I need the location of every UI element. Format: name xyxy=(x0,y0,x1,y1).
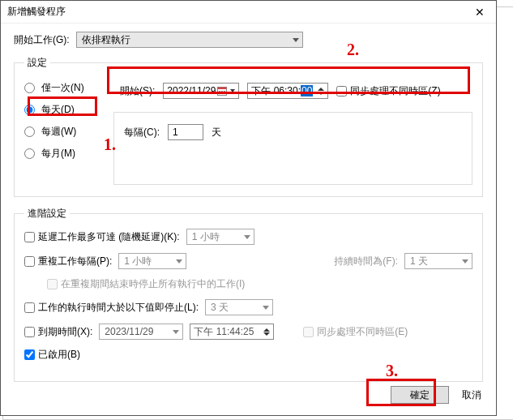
svg-rect-3 xyxy=(221,91,223,92)
begin-work-dropdown[interactable]: 依排程執行 xyxy=(76,32,303,48)
svg-rect-4 xyxy=(224,91,225,92)
chevron-down-icon xyxy=(462,259,468,264)
repeat-checkbox[interactable]: 重複工作每隔(P): xyxy=(24,255,112,268)
spinner-down-icon xyxy=(263,332,270,336)
repeat-dropdown[interactable]: 1 小時 xyxy=(118,253,186,269)
recurrence-radios: 僅一次(N) 每天(D) 每週(W) 每月(M) xyxy=(24,78,99,161)
radio-weekly[interactable]: 每週(W) xyxy=(24,125,99,139)
start-time-value: 下午 06:30:00 xyxy=(251,84,313,98)
advanced-group: 進階設定 延遲工作最多可達 (隨機延遲)(K): 1 小時 重複工作每隔(P):… xyxy=(14,207,483,382)
spinner-down-icon xyxy=(318,92,324,95)
start-date-value: 2022/11/29 xyxy=(167,85,216,96)
chevron-down-icon xyxy=(173,330,179,334)
settings-group: 設定 僅一次(N) 每天(D) 每週(W) 每月(M) xyxy=(14,56,483,197)
sync-tz-checkbox[interactable]: 同步處理不同時區(Z) xyxy=(336,84,440,98)
radio-once[interactable]: 僅一次(N) xyxy=(24,81,99,95)
close-button[interactable]: ✕ xyxy=(464,1,496,24)
begin-work-label: 開始工作(G): xyxy=(14,33,70,47)
delay-checkbox[interactable]: 延遲工作最多可達 (隨機延遲)(K): xyxy=(24,230,180,244)
cancel-button[interactable]: 取消 xyxy=(462,386,481,404)
chevron-down-icon xyxy=(293,38,299,42)
stop-on-end-checkbox[interactable]: 在重複期間結束時停止所有執行中的工作(I) xyxy=(47,277,472,291)
chevron-down-icon xyxy=(244,235,250,239)
titlebar: 新增觸發程序 ✕ xyxy=(1,1,496,24)
time-spinner[interactable] xyxy=(263,328,270,336)
expire-time-input[interactable]: 下午 11:44:25 xyxy=(190,324,274,340)
stop-if-checkbox[interactable]: 工作的執行時間大於以下值即停止(L): xyxy=(24,301,199,315)
radio-daily[interactable]: 每天(D) xyxy=(24,103,99,117)
start-date-input[interactable]: 2022/11/29 xyxy=(163,83,239,99)
interval-input[interactable]: 1 xyxy=(168,124,203,140)
time-spinner[interactable] xyxy=(318,88,324,95)
radio-monthly[interactable]: 每月(M) xyxy=(24,147,99,161)
stop-if-dropdown[interactable]: 3 天 xyxy=(205,299,273,315)
settings-legend: 設定 xyxy=(24,56,50,70)
start-time-input[interactable]: 下午 06:30:00 xyxy=(247,83,328,99)
chevron-down-icon xyxy=(176,259,182,264)
delay-dropdown[interactable]: 1 小時 xyxy=(186,229,254,245)
close-icon: ✕ xyxy=(475,6,485,19)
expire-checkbox[interactable]: 到期時間(X): xyxy=(24,325,92,339)
svg-rect-1 xyxy=(217,88,226,90)
window-title: 新增觸發程序 xyxy=(7,5,66,19)
svg-rect-2 xyxy=(219,91,220,92)
new-trigger-dialog: 新增觸發程序 ✕ 開始工作(G): 依排程執行 設定 僅一次(N) 每天(D) xyxy=(0,0,497,416)
duration-label: 持續時間為(F): xyxy=(334,255,398,268)
spinner-up-icon xyxy=(263,328,270,332)
recurrence-detail: 每隔(C): 1 天 xyxy=(113,112,472,185)
chevron-down-icon xyxy=(263,306,269,310)
calendar-icon xyxy=(216,85,228,96)
enabled-checkbox[interactable]: 已啟用(B) xyxy=(24,348,80,362)
start-label: 開始(S): xyxy=(120,84,155,98)
chevron-down-icon xyxy=(230,89,235,92)
interval-label: 每隔(C): xyxy=(124,126,160,139)
begin-work-value: 依排程執行 xyxy=(82,33,130,47)
ok-button[interactable]: 確定 xyxy=(391,386,449,404)
expire-sync-checkbox[interactable]: 同步處理不同時區(E) xyxy=(303,325,408,339)
start-row: 開始(S): 2022/11/29 下午 06:30:00 xyxy=(113,78,472,104)
duration-dropdown[interactable]: 1 天 xyxy=(404,253,472,269)
expire-date-input[interactable]: 2023/11/29 xyxy=(99,324,183,340)
button-bar: 確定 取消 xyxy=(391,386,481,404)
advanced-legend: 進階設定 xyxy=(24,207,70,221)
interval-unit: 天 xyxy=(212,126,221,139)
spinner-up-icon xyxy=(318,88,324,91)
